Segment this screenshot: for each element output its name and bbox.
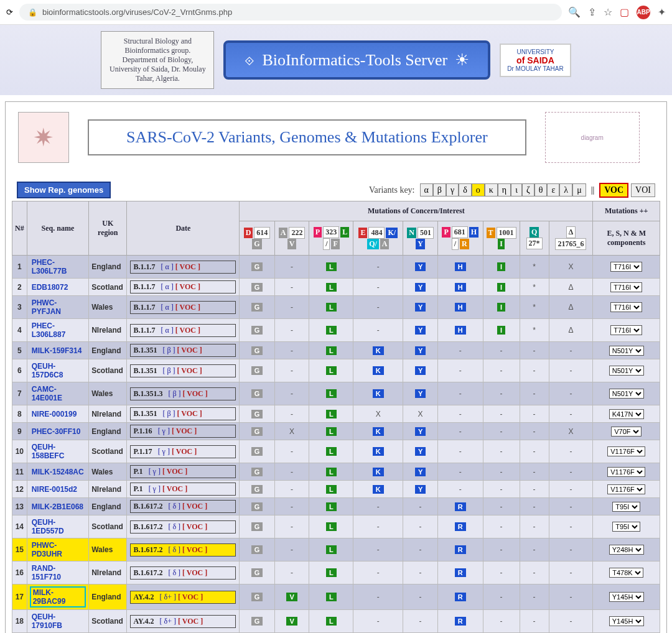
row-number: 7 (12, 382, 27, 405)
greek-key-δ[interactable]: δ (459, 183, 472, 196)
lineage-box[interactable]: B.1.351 [ β ] [ VOC ] (130, 364, 236, 377)
lineage-box[interactable]: P.1.17 [ γ ] [ VOC ] (130, 445, 236, 458)
lineage-box[interactable]: B.1.617.2 [ δ ] [ VOC ] (130, 543, 236, 557)
greek-key-ε[interactable]: ε (547, 183, 559, 196)
greek-key-ο[interactable]: ο (472, 183, 485, 196)
mutation-select[interactable]: K417N (609, 409, 644, 419)
lineage-box[interactable]: B.1.351 [ β ] [ VOC ] (130, 407, 236, 420)
mutation-select[interactable]: T478K (609, 568, 643, 578)
col-region: UK region (89, 201, 127, 256)
extensions-icon[interactable]: ✦ (658, 6, 666, 18)
lineage-box[interactable]: AY.4.2 [ δ+ ] [ VOC ] (130, 615, 236, 628)
mutation-select[interactable]: T95I (612, 522, 640, 532)
share-icon[interactable]: ⇪ (588, 6, 596, 18)
star-icon[interactable]: ☆ (604, 6, 612, 18)
sequence-link[interactable]: MILK-29BAC99 (30, 586, 86, 608)
mutation-cell: - (353, 256, 403, 279)
mutation-select[interactable]: Y248H (609, 545, 644, 555)
greek-key-γ[interactable]: γ (446, 183, 459, 196)
lineage-box[interactable]: B.1.1.7 [ α ] [ VOC ] (130, 280, 236, 293)
mutation-select[interactable]: V70F (611, 427, 642, 437)
greek-key-β[interactable]: β (433, 183, 446, 196)
sequence-link[interactable]: MILK-159F314 (30, 346, 84, 356)
mutation-cell: L (309, 382, 353, 405)
row-number: 3 (12, 296, 27, 319)
lineage-box[interactable]: B.1.351 [ β ] [ VOC ] (130, 344, 236, 357)
greek-key-α[interactable]: α (420, 183, 433, 196)
sequence-link[interactable]: MILK-2B1E068 (30, 502, 85, 512)
sequence-link[interactable]: PHEC-30FF10 (30, 427, 83, 437)
sequence-link[interactable]: QEUH-157D6C8 (30, 361, 86, 380)
lineage-box[interactable]: B.1.617.2 [ δ ] [ VOC ] (130, 500, 236, 513)
lineage-box[interactable]: B.1.617.2 [ δ ] [ VOC ] (130, 520, 236, 534)
greek-key-θ[interactable]: θ (534, 183, 548, 196)
abp-icon[interactable]: ABP (637, 6, 650, 19)
region-cell: Scotland (89, 515, 127, 538)
mutation-select[interactable]: N501Y (609, 366, 644, 376)
mutation-select[interactable]: Y145H (609, 592, 644, 602)
reload-icon[interactable]: ⟳ (6, 7, 13, 17)
mutation-cell: - (483, 423, 520, 440)
greek-key-ι[interactable]: ι (511, 183, 522, 196)
mutation-select[interactable]: N501Y (609, 346, 644, 356)
sequence-link[interactable]: PHWC-PYFJAN (30, 298, 86, 316)
sequence-link[interactable]: CAMC-14E001E (30, 384, 86, 403)
mutation-cell: - (549, 498, 593, 515)
mutation-select[interactable]: V1176F (607, 484, 645, 494)
url-box[interactable]: 🔒 bioinformaticstools.org/viruses/CoV-2_… (19, 4, 562, 21)
mutation-select[interactable]: Y145H (609, 616, 644, 626)
sequence-link[interactable]: NIRE-0015d2 (30, 484, 79, 494)
greek-key-κ[interactable]: κ (485, 183, 498, 196)
sequence-link[interactable]: QEUH-158BEFC (30, 442, 86, 461)
voi-chip[interactable]: VOI (631, 183, 655, 197)
row-number: 16 (12, 561, 27, 584)
sequence-link[interactable]: RAND-151F710 (30, 563, 86, 582)
sequence-link[interactable]: NIRE-000199 (30, 409, 79, 419)
lineage-box[interactable]: B.1.1.7 [ α ] [ VOC ] (130, 301, 236, 314)
voc-chip[interactable]: VOC (599, 183, 628, 198)
mutation-cell: I (483, 256, 520, 279)
lineage-box[interactable]: P.1 [ γ ] [ VOC ] (130, 483, 236, 496)
row-number: 14 (12, 515, 27, 538)
sequence-link[interactable]: QEUH-17910FB (30, 612, 86, 631)
sequence-link[interactable]: PHEC-L306L77B (30, 257, 86, 276)
mutation-select[interactable]: T716I (610, 325, 642, 335)
mutation-select[interactable]: N501Y (609, 389, 644, 399)
row-number: 17 (12, 584, 27, 610)
mutation-select[interactable]: T95I (612, 502, 640, 512)
mutation-select[interactable]: V1176F (607, 446, 645, 456)
shield-icon[interactable]: ▢ (620, 6, 629, 18)
lineage-box[interactable]: B.1.351.3 [ β ] [ VOC ] (130, 387, 236, 400)
sequence-link[interactable]: PHWC-PD3UHR (30, 540, 86, 559)
lineage-box[interactable]: B.1.617.2 [ δ ] [ VOC ] (130, 566, 236, 580)
lineage-box[interactable]: B.1.1.7 [ α ] [ VOC ] (130, 324, 236, 337)
mutation-cell: - (483, 440, 520, 463)
mutation-cell: L (309, 538, 353, 561)
mutation-cell: - (438, 463, 483, 481)
mutation-cell: G (240, 405, 274, 423)
lineage-box[interactable]: P.1.16 [ γ ] [ VOC ] (130, 425, 236, 438)
mutation-cell: K (353, 382, 403, 405)
mutation-select[interactable]: V1176F (607, 467, 645, 477)
mutation-cell: - (353, 584, 403, 610)
mutation-cell: Y (403, 342, 438, 359)
sequence-link[interactable]: MILK-15248AC (30, 467, 86, 477)
lineage-box[interactable]: B.1.1.7 [ α ] [ VOC ] (130, 261, 236, 274)
greek-key-λ[interactable]: λ (559, 183, 572, 196)
sequence-link[interactable]: EDB18072 (30, 282, 70, 292)
lineage-box[interactable]: AY.4.2 [ δ+ ] [ VOC ] (130, 591, 236, 604)
mutation-select[interactable]: T716I (610, 282, 642, 292)
mutation-select[interactable]: T716I (610, 302, 642, 312)
sequence-link[interactable]: QEUH-1ED557D (30, 517, 86, 536)
show-genomes-button[interactable]: Show Rep. genomes (17, 182, 111, 198)
mutation-cell: K (353, 463, 403, 481)
mutation-select[interactable]: T716I (610, 262, 642, 272)
greek-key-μ[interactable]: μ (572, 183, 586, 196)
lineage-box[interactable]: P.1 [ γ ] [ VOC ] (130, 465, 236, 478)
mutation-cell: - (274, 296, 309, 319)
zoom-icon[interactable]: 🔍 (568, 6, 581, 18)
sequence-link[interactable]: PHEC-L306L887 (30, 321, 86, 340)
greek-key-η[interactable]: η (498, 183, 511, 196)
greek-key-ζ[interactable]: ζ (522, 183, 534, 196)
mutation-cell: L (309, 405, 353, 423)
